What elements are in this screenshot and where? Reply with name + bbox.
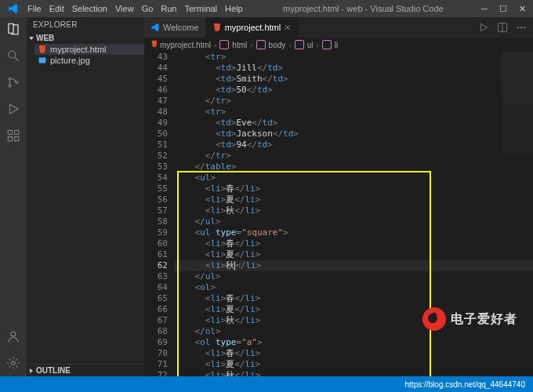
minimap[interactable] bbox=[502, 52, 533, 154]
tab-label: myproject.html bbox=[225, 23, 281, 32]
code-line[interactable]: <td>Jackson</td> bbox=[174, 129, 533, 140]
code-line[interactable]: </ul> bbox=[174, 216, 533, 227]
breadcrumb-item[interactable]: myproject.html bbox=[160, 41, 211, 49]
close-button[interactable]: ✕ bbox=[517, 4, 527, 13]
code-line[interactable]: <td>50</td> bbox=[174, 85, 533, 96]
code-line[interactable]: <li>夏</li> bbox=[174, 304, 533, 315]
svg-rect-10 bbox=[39, 58, 46, 64]
vscode-logo-icon bbox=[8, 3, 19, 14]
menu-terminal[interactable]: Terminal bbox=[181, 4, 222, 13]
code-line[interactable]: <td>Smith</td> bbox=[174, 74, 533, 85]
split-editor-icon[interactable] bbox=[497, 22, 508, 33]
more-icon[interactable] bbox=[516, 22, 527, 33]
code-line[interactable]: <li>秋</li> bbox=[174, 205, 533, 216]
svg-point-8 bbox=[11, 332, 16, 336]
code-line[interactable]: </ul> bbox=[174, 271, 533, 282]
status-bar[interactable]: https://blog.csdn.net/qq_44644740 bbox=[0, 376, 533, 392]
svg-point-14 bbox=[524, 27, 525, 28]
code-line[interactable]: <li>秋</li> bbox=[174, 370, 533, 376]
code-line[interactable]: <ul> bbox=[174, 172, 533, 183]
code-line[interactable]: </ol> bbox=[174, 326, 533, 337]
run-icon[interactable] bbox=[478, 22, 489, 33]
window-title: myproject.html - web - Visual Studio Cod… bbox=[247, 4, 480, 13]
outline-header[interactable]: OUTLINE bbox=[27, 364, 144, 376]
svg-rect-4 bbox=[8, 130, 12, 134]
svg-point-13 bbox=[520, 27, 522, 28]
tab[interactable]: myproject.html bbox=[206, 17, 299, 38]
code-area[interactable]: 4344454647484950515253545556575859606162… bbox=[144, 52, 533, 376]
breadcrumb-item[interactable]: body bbox=[269, 41, 286, 49]
explorer-icon[interactable] bbox=[6, 22, 20, 36]
activity-bar bbox=[0, 17, 27, 376]
code[interactable]: <tr> <td>Jill</td> <td>Smith</td> <td>50… bbox=[174, 52, 533, 376]
menu-edit[interactable]: Edit bbox=[45, 4, 68, 13]
code-line[interactable]: <td>94</td> bbox=[174, 140, 533, 151]
code-line[interactable]: <li>春</li> bbox=[174, 348, 533, 359]
svg-rect-6 bbox=[15, 137, 19, 141]
menu-bar: FileEditSelectionViewGoRunTerminalHelp bbox=[24, 4, 247, 13]
code-line[interactable]: <li>春</li> bbox=[174, 293, 533, 304]
breadcrumb-item[interactable]: li bbox=[335, 41, 338, 49]
menu-view[interactable]: View bbox=[111, 4, 138, 13]
svg-rect-5 bbox=[8, 137, 12, 141]
breadcrumb-item[interactable]: ul bbox=[307, 41, 314, 49]
code-line[interactable]: <li>春</li> bbox=[174, 238, 533, 249]
code-line[interactable]: </tr> bbox=[174, 151, 533, 162]
menu-file[interactable]: File bbox=[24, 4, 45, 13]
extensions-icon[interactable] bbox=[6, 129, 20, 143]
gutter: 4344454647484950515253545556575859606162… bbox=[144, 52, 174, 376]
menu-selection[interactable]: Selection bbox=[68, 4, 111, 13]
folder-header[interactable]: WEB bbox=[27, 32, 144, 44]
maximize-button[interactable]: ☐ bbox=[499, 4, 508, 13]
breadcrumb-item[interactable]: html bbox=[232, 41, 247, 49]
code-line[interactable]: <ol type="a"> bbox=[174, 337, 533, 348]
code-line[interactable]: <li>夏</li> bbox=[174, 249, 533, 260]
close-tab-icon[interactable] bbox=[284, 24, 292, 31]
svg-point-2 bbox=[9, 85, 11, 87]
code-line[interactable]: <ol> bbox=[174, 282, 533, 293]
code-line[interactable]: <tr> bbox=[174, 52, 533, 63]
editor: Welcomemyproject.html myproject.html›htm… bbox=[144, 17, 533, 376]
code-line[interactable]: <li>夏</li> bbox=[174, 194, 533, 205]
title-bar: FileEditSelectionViewGoRunTerminalHelp m… bbox=[0, 0, 533, 17]
file-item[interactable]: picture.jpg bbox=[34, 55, 144, 66]
menu-go[interactable]: Go bbox=[138, 4, 158, 13]
file-name: picture.jpg bbox=[50, 56, 90, 65]
menu-help[interactable]: Help bbox=[221, 4, 247, 13]
code-line[interactable]: <td>Jill</td> bbox=[174, 63, 533, 74]
sidebar-title: EXPLORER bbox=[27, 17, 144, 32]
svg-point-0 bbox=[9, 51, 16, 58]
code-line[interactable]: <td>Eve</td> bbox=[174, 118, 533, 129]
svg-point-12 bbox=[517, 27, 519, 28]
svg-point-9 bbox=[12, 361, 16, 365]
search-icon[interactable] bbox=[6, 49, 20, 63]
file-list: myproject.htmlpicture.jpg bbox=[27, 44, 144, 66]
file-item[interactable]: myproject.html bbox=[34, 44, 144, 55]
svg-rect-7 bbox=[15, 130, 19, 134]
svg-point-1 bbox=[9, 78, 11, 80]
code-line[interactable]: <tr> bbox=[174, 107, 533, 118]
code-line[interactable]: <li>夏</li> bbox=[174, 359, 533, 370]
source-control-icon[interactable] bbox=[6, 75, 20, 89]
file-name: myproject.html bbox=[50, 45, 107, 54]
sidebar: EXPLORER WEB myproject.htmlpicture.jpg O… bbox=[27, 17, 144, 376]
menu-run[interactable]: Run bbox=[157, 4, 180, 13]
tab[interactable]: Welcome bbox=[144, 17, 206, 38]
tab-label: Welcome bbox=[163, 23, 199, 32]
status-url: https://blog.csdn.net/qq_44644740 bbox=[405, 380, 525, 389]
code-line[interactable]: </tr> bbox=[174, 96, 533, 107]
minimize-button[interactable]: ─ bbox=[480, 4, 489, 13]
code-line[interactable]: </table> bbox=[174, 162, 533, 172]
code-line[interactable]: <li>春</li> bbox=[174, 183, 533, 194]
tabs: Welcomemyproject.html bbox=[144, 17, 533, 38]
account-icon[interactable] bbox=[6, 329, 20, 343]
code-line[interactable]: <li>秋</li> bbox=[174, 260, 533, 271]
settings-gear-icon[interactable] bbox=[6, 356, 20, 370]
code-line[interactable]: <ul type="square"> bbox=[174, 227, 533, 238]
code-line[interactable]: <li>秋</li> bbox=[174, 315, 533, 326]
breadcrumb[interactable]: myproject.html›html›body›ul›li bbox=[144, 38, 533, 52]
run-debug-icon[interactable] bbox=[6, 102, 20, 116]
